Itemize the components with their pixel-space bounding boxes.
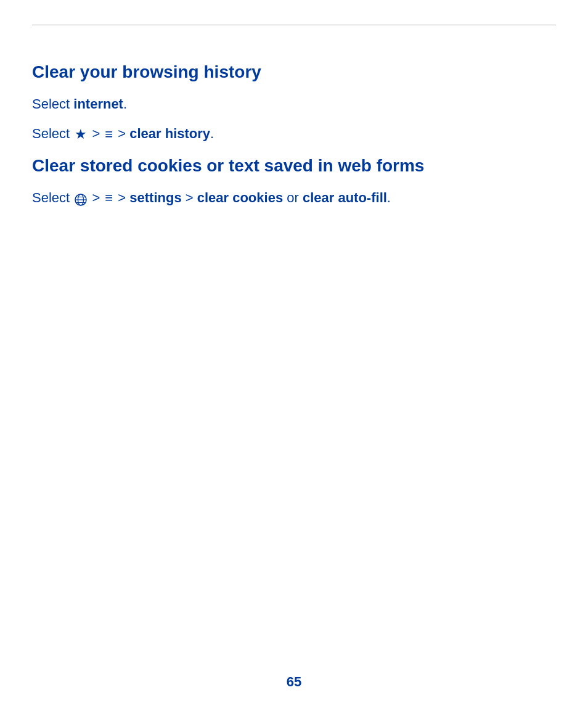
- menu-icon-1: ≡: [105, 125, 113, 144]
- gt-3: >: [88, 190, 104, 205]
- section-title-browsing: Clear your browsing history: [32, 62, 556, 83]
- internet-label: internet: [73, 96, 123, 112]
- menu-icon-2: ≡: [105, 189, 113, 208]
- gt-5: >: [182, 190, 197, 205]
- gt-2: >: [114, 126, 129, 141]
- select-label-2: Select: [32, 126, 73, 141]
- select-label-1: Select: [32, 96, 73, 112]
- period-1: .: [123, 96, 127, 112]
- gt-1: >: [88, 126, 104, 141]
- or-label: or: [283, 190, 303, 205]
- clear-history-label: clear history: [129, 126, 210, 141]
- globe-icon: [75, 192, 87, 205]
- page-number: 65: [287, 674, 301, 690]
- select-label-3: Select: [32, 190, 73, 205]
- clear-cookies-label: clear cookies: [197, 190, 283, 205]
- instruction-clear-cookies: Select > ≡ > settings > clear cookies or…: [32, 189, 556, 208]
- top-horizontal-rule: [32, 25, 556, 25]
- star-icon: ★: [75, 125, 87, 144]
- clear-autofill-label: clear auto-fill: [303, 190, 387, 205]
- gt-4: >: [114, 190, 129, 205]
- instruction-select-internet: Select internet.: [32, 95, 556, 114]
- main-content: Clear your browsing history Select inter…: [32, 62, 556, 219]
- settings-label: settings: [129, 190, 181, 205]
- section-title-cookies: Clear stored cookies or text saved in we…: [32, 155, 556, 176]
- instruction-clear-history: Select ★ > ≡ > clear history.: [32, 125, 556, 144]
- section-browsing-history: Clear your browsing history Select inter…: [32, 62, 556, 144]
- period-3: .: [387, 190, 391, 205]
- section-clear-cookies: Clear stored cookies or text saved in we…: [32, 155, 556, 208]
- period-2: .: [210, 126, 214, 141]
